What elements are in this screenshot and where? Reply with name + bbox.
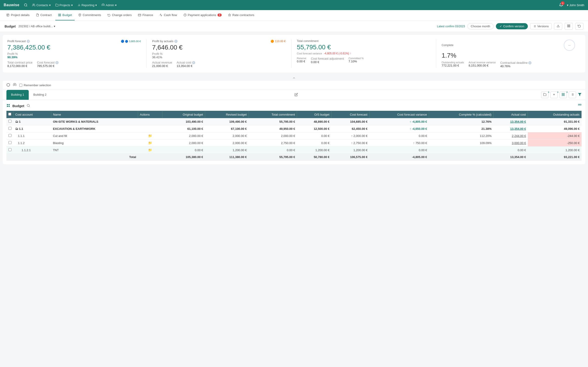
row-checkbox[interactable] <box>6 118 13 125</box>
building-tabs: Building 1 Building 2 + + + <box>3 90 585 100</box>
row-revised-budget: 2,000.00 € <box>205 132 249 140</box>
variance-value: -4,805.00 € (-0.61%) ↑ <box>324 52 351 55</box>
total-contract-label: Total contract price <box>7 61 32 64</box>
latest-confirm-link[interactable]: Latest confirm 03/2023 <box>437 25 465 28</box>
svg-point-52 <box>27 104 29 106</box>
edit-columns-button[interactable]: + <box>560 92 567 98</box>
tab-commitments[interactable]: Commitments <box>76 10 104 20</box>
row-actual-cost[interactable]: 13,354.00 € <box>493 125 528 132</box>
grid-view-button[interactable] <box>565 23 573 30</box>
settings-icon[interactable] <box>13 83 17 87</box>
committed-pct-value: 7.10% <box>348 60 363 63</box>
svg-rect-7 <box>7 14 9 16</box>
row-cf-variance: ↑ -4,650.00 € <box>369 125 429 132</box>
user-menu[interactable]: ▾ John Smith <box>567 3 584 7</box>
row-folder-icon[interactable]: 📁 <box>148 148 152 152</box>
svg-marker-17 <box>228 14 231 16</box>
tab-cash-flow[interactable]: Cash flow <box>157 10 180 20</box>
tab-budget[interactable]: Budget <box>55 10 75 20</box>
profit-actuals-value: 7,646.00 € <box>152 44 285 51</box>
row-folder-icon[interactable]: 📁 <box>148 141 152 145</box>
cost-forecast-info-icon[interactable]: i <box>55 61 59 64</box>
svg-rect-50 <box>9 106 10 107</box>
crosshair-icon[interactable] <box>6 83 10 87</box>
notification-bell[interactable]: 1 <box>559 3 563 8</box>
tab-contract[interactable]: Contract <box>33 10 54 20</box>
tab-payment-applications[interactable]: Payment applications 3 <box>181 10 225 20</box>
variance-label: Cost forecast variance <box>297 52 322 55</box>
actual-cost-info-icon[interactable]: i <box>192 61 195 64</box>
row-actual-cost[interactable]: 13,354.00 € <box>493 118 528 125</box>
tab-project-details[interactable]: Project details <box>4 10 32 20</box>
page-title: Budget <box>5 25 16 28</box>
svg-rect-25 <box>568 25 569 26</box>
row-actions[interactable]: 📁 <box>138 132 162 140</box>
row-outstanding: 91,331.00 € <box>528 118 582 125</box>
sort-button[interactable] <box>569 92 576 98</box>
add-folder-button[interactable]: + <box>541 92 548 98</box>
complete-card: Complete — 1.7% Outstanding actuals 772,… <box>436 40 581 68</box>
contacts-menu[interactable]: Contacts ▾ <box>32 3 51 7</box>
row-account: 1.1.1 <box>13 132 51 140</box>
svg-point-2 <box>33 4 34 5</box>
row-os-budget: 12,500.00 € <box>297 125 331 132</box>
building-2-tab[interactable]: Building 2 <box>29 90 51 100</box>
choose-month-button[interactable]: Choose month <box>467 23 494 29</box>
row-outstanding: -250.00 € <box>528 140 582 147</box>
page-tab-bar: Project details Contract Budget Commitme… <box>0 10 588 21</box>
toolbar-row: Remember selection <box>3 81 585 90</box>
row-actions[interactable]: 📁 <box>138 140 162 147</box>
confirm-version-button[interactable]: ✓ Confirm version <box>496 23 528 29</box>
th-cost-forecast-variance: Cost forecast variance <box>369 111 429 118</box>
row-checkbox[interactable] <box>6 140 13 147</box>
building-1-tab[interactable]: Building 1 <box>6 90 29 100</box>
breadcrumb-path[interactable]: 202302 / AB office buildi... ▾ <box>18 25 55 28</box>
row-actual-cost[interactable]: 2,244.00 € <box>493 132 528 140</box>
select-all-checkbox[interactable] <box>8 113 11 116</box>
row-name: ON-SITE WORKS & MATERIALS <box>51 118 138 125</box>
remember-selection-checkbox[interactable] <box>19 84 22 87</box>
download-button[interactable] <box>554 23 562 30</box>
search-button[interactable] <box>24 3 27 7</box>
cost-forecast-adj-label: Cost forecast adjustment <box>311 57 344 60</box>
app-logo: Bauwise <box>4 3 19 7</box>
profit-forecast-info-icon[interactable]: i <box>27 40 30 43</box>
committed-pct-label: Committed % <box>348 57 363 60</box>
row-orig-budget: 0.00 € <box>162 147 205 154</box>
svg-point-34 <box>14 84 15 85</box>
tab-change-orders[interactable]: Change orders <box>105 10 134 20</box>
row-cf-variance: 0.00 € <box>369 132 429 140</box>
total-outstanding: 93,221.00 € <box>528 154 582 161</box>
budget-grid-settings-icon[interactable] <box>578 104 582 108</box>
row-folder-icon[interactable]: 📁 <box>148 134 152 138</box>
row-actual-cost[interactable]: 3,000.00 € <box>493 140 528 147</box>
row-actions[interactable]: 📁 <box>138 147 162 154</box>
tab-finance[interactable]: Finance <box>135 10 156 20</box>
svg-rect-11 <box>60 14 61 15</box>
add-row-button[interactable]: + <box>550 92 558 98</box>
row-checkbox[interactable] <box>6 125 13 132</box>
budget-table-title: Budget <box>12 104 24 108</box>
tab-rate-contractors[interactable]: Rate contractors <box>225 10 257 20</box>
actual-cost-value: 13,354.00 € <box>177 64 195 68</box>
admin-menu[interactable]: Admin ▾ <box>102 3 117 7</box>
history-button[interactable] <box>575 23 583 30</box>
budget-grid-small-icon <box>6 104 10 108</box>
th-total-commitment: Total commitment <box>249 111 297 118</box>
versions-button[interactable]: Versions <box>530 23 552 29</box>
row-checkbox[interactable] <box>6 132 13 140</box>
filter-button[interactable] <box>578 93 582 97</box>
row-checkbox[interactable] <box>6 147 13 154</box>
projects-menu[interactable]: Projects ▾ <box>55 3 73 7</box>
svg-rect-10 <box>58 14 59 15</box>
collapse-cards-button[interactable] <box>3 75 585 81</box>
row-outstanding: 1,200.00 € <box>528 147 582 154</box>
contractual-deadline-info-icon[interactable]: i <box>528 61 531 65</box>
budget-search-icon[interactable] <box>27 104 30 108</box>
reporting-menu[interactable]: Reporting ▾ <box>78 3 97 7</box>
row-revised-budget: 109,490.00 € <box>205 118 249 125</box>
tab-edit-icon[interactable] <box>293 91 300 99</box>
row-orig-budget: 2,000.00 € <box>162 132 205 140</box>
row-complete-pct <box>429 147 493 154</box>
profit-actuals-info-icon[interactable]: i <box>174 40 178 43</box>
